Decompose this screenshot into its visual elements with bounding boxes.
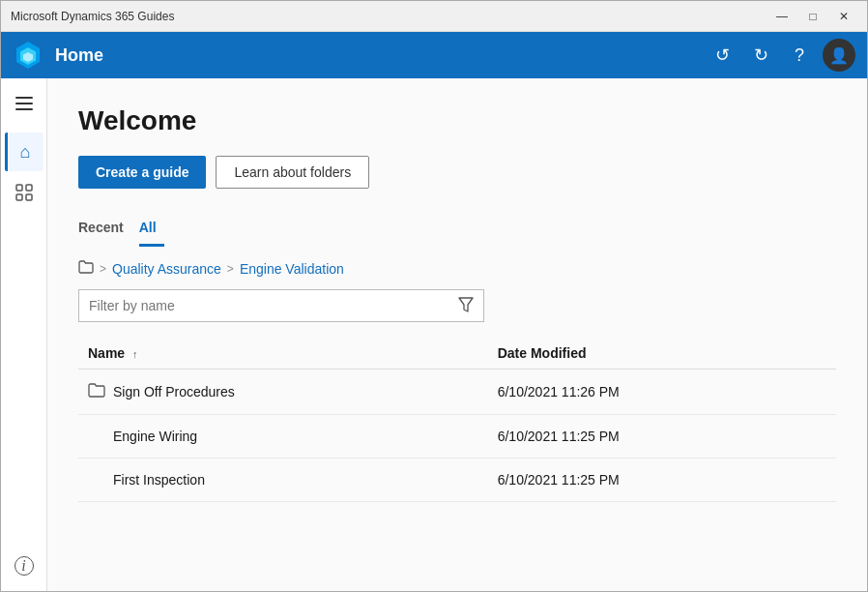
filter-icon: [458, 297, 474, 315]
breadcrumb-sep-2: >: [227, 262, 234, 276]
app-logo: [13, 40, 43, 71]
sidebar-item-info[interactable]: i: [5, 547, 43, 585]
row-name-cell: First Inspection: [88, 472, 478, 488]
help-button[interactable]: ?: [784, 40, 815, 71]
title-bar-controls: — □ ✕: [768, 7, 857, 26]
sidebar-item-home[interactable]: ⌂: [5, 133, 43, 171]
row-name-text: Engine Wiring: [113, 429, 197, 444]
breadcrumb-root-icon: [78, 260, 94, 278]
page-title: Welcome: [78, 105, 836, 136]
td-name-row2: Engine Wiring: [78, 415, 488, 459]
row-name-cell: Engine Wiring: [88, 429, 478, 444]
hamburger-line-2: [15, 103, 33, 104]
svg-rect-6: [26, 194, 32, 200]
breadcrumb-sep-1: >: [100, 262, 106, 276]
main-content: Welcome Create a guide Learn about folde…: [47, 78, 867, 592]
th-name: Name ↑: [78, 338, 488, 370]
header-actions: ↺ ↻ ? 👤: [707, 39, 855, 72]
minimize-button[interactable]: —: [768, 7, 796, 26]
app-body: ⌂ i Welcome Create a guide Learn about f…: [1, 78, 867, 592]
learn-folders-button[interactable]: Learn about folders: [216, 156, 369, 189]
th-date-modified: Date Modified: [488, 338, 836, 370]
user-avatar-button[interactable]: 👤: [823, 39, 855, 72]
title-bar-text: Microsoft Dynamics 365 Guides: [11, 10, 768, 23]
hamburger-line-1: [15, 97, 33, 99]
breadcrumb: > Quality Assurance > Engine Validation: [78, 260, 836, 278]
tab-recent[interactable]: Recent: [78, 212, 139, 245]
td-date-row3: 6/10/2021 11:25 PM: [488, 459, 836, 502]
sidebar-bottom: i: [5, 547, 43, 585]
row-name-text: First Inspection: [113, 472, 205, 488]
tab-all[interactable]: All: [139, 212, 172, 245]
breadcrumb-item-1[interactable]: Quality Assurance: [112, 261, 221, 277]
sort-arrow: ↑: [132, 348, 138, 360]
td-name-row1: Sign Off Procedures: [78, 370, 488, 415]
svg-rect-3: [16, 185, 22, 191]
header: Home ↺ ↻ ? 👤: [1, 32, 867, 78]
hamburger-line-3: [15, 108, 33, 110]
svg-rect-5: [16, 194, 22, 200]
td-date-row1: 6/10/2021 11:26 PM: [488, 370, 836, 415]
svg-marker-7: [459, 298, 473, 311]
table-header-row: Name ↑ Date Modified: [78, 338, 836, 370]
home-icon: ⌂: [20, 142, 31, 163]
title-bar: Microsoft Dynamics 365 Guides — □ ✕: [1, 1, 867, 32]
td-date-row2: 6/10/2021 11:25 PM: [488, 415, 836, 459]
redo-button[interactable]: ↻: [745, 40, 776, 71]
data-table: Name ↑ Date Modified Sign Off Procedures…: [78, 338, 836, 502]
table-row: Engine Wiring6/10/2021 11:25 PM: [78, 415, 836, 459]
filter-input[interactable]: [89, 298, 458, 313]
create-guide-button[interactable]: Create a guide: [78, 156, 206, 189]
breadcrumb-item-2[interactable]: Engine Validation: [240, 261, 344, 277]
sidebar: ⌂ i: [1, 78, 47, 592]
row-folder-icon: [88, 383, 105, 400]
close-button[interactable]: ✕: [830, 7, 857, 26]
grid-icon: [15, 184, 33, 206]
action-buttons: Create a guide Learn about folders: [78, 156, 836, 189]
info-icon: i: [14, 556, 34, 576]
maximize-button[interactable]: □: [799, 7, 826, 26]
tabs: Recent All: [78, 212, 836, 245]
row-name-text: Sign Off Procedures: [113, 384, 235, 400]
filter-bar: [78, 289, 484, 322]
undo-button[interactable]: ↺: [707, 40, 738, 71]
row-name-cell: Sign Off Procedures: [88, 383, 478, 400]
header-title: Home: [55, 45, 695, 66]
td-name-row3: First Inspection: [78, 459, 488, 502]
svg-rect-4: [26, 185, 32, 191]
hamburger-menu-button[interactable]: [5, 86, 43, 121]
table-row: Sign Off Procedures6/10/2021 11:26 PM: [78, 370, 836, 415]
table-row: First Inspection6/10/2021 11:25 PM: [78, 459, 836, 502]
sidebar-item-content[interactable]: [5, 175, 43, 214]
